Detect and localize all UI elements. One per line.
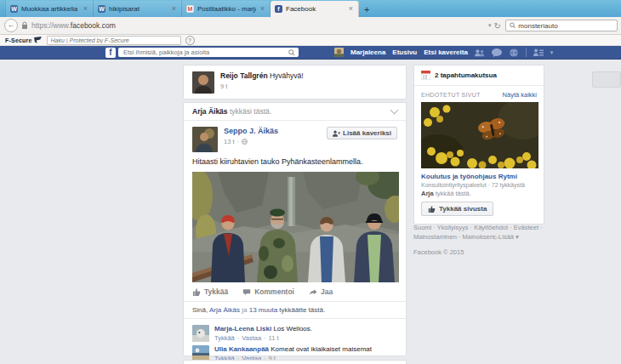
see-all-link[interactable]: Näytä kaikki (503, 91, 537, 99)
story-text: Reijo Tallgrén Hyvähyvä! (220, 71, 304, 81)
comment-like-link[interactable]: Tykkää (214, 334, 235, 342)
add-friend-button[interactable]: Lisää kaveriksi (327, 127, 397, 139)
footer-link[interactable]: Käyttöehdot (468, 224, 508, 231)
nav-find-friends-link[interactable]: Etsi kavereita (424, 48, 468, 56)
dropdown-icon[interactable]: ▾ (488, 22, 492, 29)
comment-button[interactable]: Kommentoi (242, 287, 294, 296)
fsecure-brand-label: F-Secure (5, 37, 32, 43)
post-header: Seppo J. Äikäs 13 t Lisää kaveriksi (184, 121, 406, 156)
close-icon[interactable]: × (259, 5, 265, 13)
commenter-link[interactable]: Ulla Kankaanpää (214, 345, 269, 353)
suggested-page-meta: Konsultointiyrityspalvelut · 72 tykkäyst… (414, 180, 544, 188)
comment-timestamp: 11 t (269, 334, 279, 342)
browser-window: W Muokkaa artikkelia - hikipi... × W hik… (0, 0, 621, 364)
facebook-favicon: f (275, 5, 282, 13)
url-scheme: https://www. (31, 21, 71, 30)
comment-text: Komeat ovat ikiaikaiset maisemat (271, 345, 372, 353)
comment-bubble-icon (242, 288, 251, 296)
share-label: Jaa (321, 287, 333, 296)
footer-link[interactable]: Mainokseni (457, 233, 495, 241)
navbar-right: Marjaleena Etusivu Etsi kavereita ▾ (334, 48, 553, 57)
likes-others-link[interactable]: 13 muuta (249, 306, 277, 314)
avatar[interactable] (192, 71, 214, 94)
friend-name: Arja (421, 190, 434, 197)
like-page-button[interactable]: Tykkää sivusta (421, 202, 493, 216)
copyright: Facebook © 2015 (413, 247, 543, 257)
share-button[interactable]: Jaa (309, 287, 333, 296)
fsecure-search-input[interactable] (47, 36, 181, 45)
avatar[interactable] (192, 325, 209, 342)
facebook-search-input[interactable] (122, 48, 288, 57)
like-button[interactable]: Tykkää (192, 287, 228, 296)
calendar-icon (421, 71, 430, 80)
search-icon (288, 49, 295, 56)
wiki-icon: W (10, 5, 18, 13)
tab-facebook-active[interactable]: f Facebook × (271, 1, 359, 17)
url-domain: facebook.com (71, 21, 116, 30)
facebook-search-box (118, 48, 299, 57)
public-globe-icon (242, 139, 248, 145)
post-photo[interactable] (192, 172, 399, 282)
like-page-label: Tykkää sivusta (439, 205, 487, 213)
tab-title: Postilaatikko - marjaleena... (197, 5, 256, 13)
new-tab-button[interactable]: + (364, 5, 369, 14)
likes-summary: Sinä, Arja Äikäs ja 13 muuta tykkäätte t… (184, 302, 406, 319)
tab-strip: W Muokkaa artikkelia - hikipi... × W hik… (0, 0, 621, 17)
post-actions: Tykkää Kommentoi Jaa (184, 282, 406, 302)
thumb-up-icon (428, 205, 436, 213)
post-author-link[interactable]: Seppo J. Äikäs (224, 127, 278, 136)
footer-more-link[interactable]: Lisää ▾ (499, 233, 519, 241)
fsecure-toolbar: F-Secure ? (0, 35, 621, 46)
suggested-page-social: Arja tykkää tästä. (414, 188, 544, 197)
footer-link[interactable]: Suomi (413, 224, 431, 231)
privacy-shortcuts-icon[interactable] (533, 48, 544, 57)
nav-home-link[interactable]: Etusivu (392, 48, 417, 56)
post-timestamp[interactable]: 13 t (224, 138, 235, 145)
back-button[interactable]: ← (4, 19, 18, 32)
suggested-pages-header: EHDOTETUT SIVUT (421, 92, 503, 98)
feed-story-reijo: Reijo Tallgrén Hyvähyvä! 9 t (183, 65, 407, 100)
comment-reply-link[interactable]: Vastaa (242, 334, 261, 342)
close-icon[interactable]: × (348, 5, 354, 13)
help-icon[interactable]: ? (185, 36, 195, 45)
facebook-logo[interactable]: f (105, 48, 116, 58)
close-icon[interactable]: × (83, 5, 88, 13)
profile-avatar[interactable] (334, 48, 344, 57)
context-action: tykkäsi tästä. (230, 107, 271, 116)
like-label: Tykkää (204, 287, 228, 296)
story-options-chevron-icon[interactable] (390, 106, 399, 115)
account-menu-caret-icon[interactable]: ▾ (550, 49, 554, 56)
url-bar: ← https://www.facebook.com ▾ ↻ (0, 17, 621, 35)
navbar-divider (526, 48, 527, 57)
address-field[interactable]: https://www.facebook.com (31, 21, 486, 30)
messages-icon[interactable] (492, 48, 502, 57)
author-link[interactable]: Reijo Tallgrén (220, 71, 268, 80)
social-suffix: tykkää tästä. (436, 190, 471, 197)
mail-icon: M (186, 5, 194, 13)
friend-requests-icon[interactable] (475, 48, 485, 57)
reload-button[interactable]: ↻ (494, 21, 501, 31)
likes-you: Sinä, (192, 306, 208, 314)
tab-hikipisarat[interactable]: W hikipisarat × (94, 1, 182, 17)
context-name-link[interactable]: Arja Äikäs (192, 107, 228, 116)
notifications-globe-icon[interactable] (509, 48, 519, 57)
nav-profile-link[interactable]: Marjaleena (350, 48, 385, 56)
footer-link[interactable]: Yksityisyys (431, 224, 468, 231)
tab-title: Muokkaa artikkelia - hikipi... (21, 5, 79, 13)
commenter-link[interactable]: Marja-Leena Liski (214, 325, 271, 333)
footer-link[interactable]: Evästeet (508, 224, 538, 231)
close-icon[interactable]: × (171, 5, 177, 13)
share-arrow-icon (309, 288, 317, 296)
event-invites-row[interactable]: 2 tapahtumakutsua (414, 65, 544, 86)
likes-friend-link[interactable]: Arja Äikäs (209, 306, 240, 314)
avatar[interactable] (192, 127, 218, 152)
collapsed-side-panel[interactable] (592, 71, 621, 88)
suggested-page-photo[interactable] (421, 102, 538, 168)
tab-muokkaa-artikkelia[interactable]: W Muokkaa artikkelia - hikipi... × (5, 1, 94, 17)
suggested-page-link[interactable]: Koulutus ja työnohjaus Rytmi (414, 168, 544, 180)
timestamp[interactable]: 9 t (220, 82, 304, 90)
event-invites-label: 2 tapahtumakutsua (435, 71, 497, 79)
browser-search-input[interactable] (518, 22, 613, 30)
tab-postilaatikko[interactable]: M Postilaatikko - marjaleena... × (182, 1, 271, 17)
comment-label: Kommentoi (254, 287, 294, 296)
